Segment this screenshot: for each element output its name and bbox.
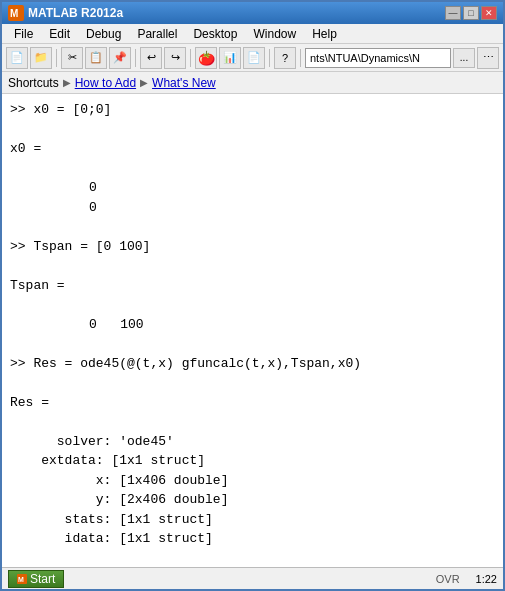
menu-edit[interactable]: Edit [41,25,78,43]
toolbar-separator-2 [135,49,136,67]
browse-button[interactable]: ... [453,48,475,68]
new-file-button[interactable]: 📄 [6,47,28,69]
matlab-logo-icon: M [8,5,24,21]
copy-button[interactable]: 📋 [85,47,107,69]
cmd-field-y: y: [2x406 double] [10,490,495,510]
whats-new-link[interactable]: What's New [152,76,216,90]
cmd-blank-9 [10,549,495,568]
redo-button[interactable]: ↪ [164,47,186,69]
toolbar: 📄 📁 ✂ 📋 📌 ↩ ↪ 🍅 📊 📄 ? nts\NTUA\Dynamics\… [2,44,503,72]
cmd-field-stats: stats: [1x1 struct] [10,510,495,530]
status-right: OVR 1:22 [436,573,497,585]
close-button[interactable]: ✕ [481,6,497,20]
ovr-indicator: OVR [436,573,460,585]
main-window: M MATLAB R2012a — □ ✕ File Edit Debug Pa… [0,0,505,591]
cmd-blank-2 [10,159,495,179]
menu-help[interactable]: Help [304,25,345,43]
cmd-field-solver: solver: 'ode45' [10,432,495,452]
toolbar-separator-4 [269,49,270,67]
menu-desktop[interactable]: Desktop [185,25,245,43]
cmd-line-tspan: >> Tspan = [0 100] [10,237,495,257]
toolbar-separator-1 [56,49,57,67]
cmd-value-x0-1: 0 [50,178,495,198]
cmd-field-idata: idata: [1x1 struct] [10,529,495,549]
simulink-button[interactable]: 🍅 [195,47,217,69]
cmd-value-x0-2: 0 [50,198,495,218]
toolbar-separator-5 [300,49,301,67]
menu-debug[interactable]: Debug [78,25,129,43]
shortcuts-label[interactable]: Shortcuts [8,76,59,90]
menu-bar: File Edit Debug Parallel Desktop Window … [2,24,503,44]
cmd-blank-1 [10,120,495,140]
cmd-line-ode45: >> Res = ode45(@(t,x) gfuncalc(t,x),Tspa… [10,354,495,374]
help-button[interactable]: ? [274,47,296,69]
title-bar-buttons: — □ ✕ [445,6,497,20]
open-file-button[interactable]: 📁 [30,47,52,69]
svg-text:M: M [10,8,18,19]
cut-button[interactable]: ✂ [61,47,83,69]
cmd-blank-7 [10,373,495,393]
start-label: Start [30,572,55,586]
cmd-line-1: >> x0 = [0;0] [10,100,495,120]
path-text: nts\NTUA\Dynamics\N [310,52,420,64]
title-bar: M MATLAB R2012a — □ ✕ [2,2,503,24]
start-button[interactable]: M Start [8,570,64,588]
menu-parallel[interactable]: Parallel [129,25,185,43]
cmd-blank-5 [10,295,495,315]
title-bar-left: M MATLAB R2012a [8,5,123,21]
cmd-output-tspan: Tspan = [10,276,495,296]
cmd-output-res: Res = [10,393,495,413]
cmd-blank-6 [10,334,495,354]
menu-file[interactable]: File [6,25,41,43]
start-icon: M [17,574,27,584]
minimize-button[interactable]: — [445,6,461,20]
maximize-button[interactable]: □ [463,6,479,20]
shortcuts-bar: Shortcuts ▶ How to Add ▶ What's New [2,72,503,94]
window-title: MATLAB R2012a [28,6,123,20]
cmd-blank-8 [10,412,495,432]
how-to-add-link[interactable]: How to Add [75,76,136,90]
status-bar: M Start OVR 1:22 [2,567,503,589]
command-window[interactable]: >> x0 = [0;0] x0 = 0 0 >> Tspan = [0 100… [2,94,503,567]
shortcuts-arrow2-icon: ▶ [140,77,148,88]
cmd-blank-4 [10,256,495,276]
cmd-blank-3 [10,217,495,237]
cmd-field-x: x: [1x406 double] [10,471,495,491]
guide-button[interactable]: 📊 [219,47,241,69]
shortcuts-arrow-icon: ▶ [63,77,71,88]
path-input[interactable]: nts\NTUA\Dynamics\N [305,48,451,68]
profiler-button[interactable]: 📄 [243,47,265,69]
status-bar-left: M Start [8,570,64,588]
toolbar-separator-3 [190,49,191,67]
undo-button[interactable]: ↩ [140,47,162,69]
cmd-value-tspan: 0 100 [50,315,495,335]
path-options-button[interactable]: ⋯ [477,47,499,69]
menu-window[interactable]: Window [245,25,304,43]
cmd-field-extdata: extdata: [1x1 struct] [10,451,495,471]
status-time: 1:22 [476,573,497,585]
paste-button[interactable]: 📌 [109,47,131,69]
cmd-output-x0: x0 = [10,139,495,159]
svg-text:M: M [18,576,24,583]
